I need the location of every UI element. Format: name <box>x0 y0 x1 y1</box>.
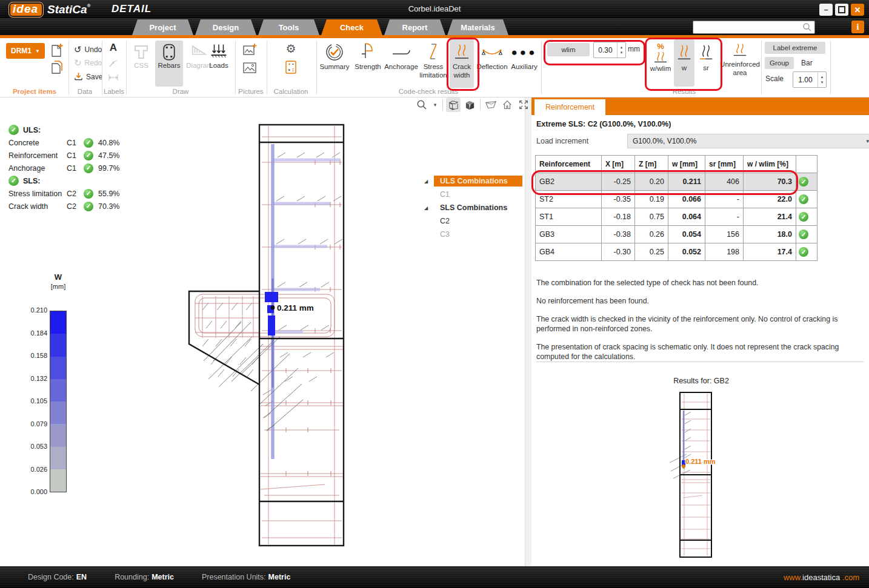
label-extreme-button[interactable]: Label extreme <box>765 42 825 54</box>
sr-icon <box>698 42 714 64</box>
pass-icon: ✓ <box>8 125 19 135</box>
stress-limitation-icon <box>424 42 442 62</box>
tab-project[interactable]: Project <box>132 19 193 35</box>
table-header-row: Reinforcement X [m] Z [m] w [mm] sr [mm]… <box>536 156 817 173</box>
copy-item-button[interactable] <box>48 58 65 74</box>
zoom-button[interactable] <box>415 97 429 112</box>
gear-icon: ⚙ <box>285 42 296 56</box>
text-label-button[interactable]: A <box>105 39 121 54</box>
wireframe-view-button[interactable] <box>446 97 461 112</box>
group-extreme-button[interactable]: Group <box>765 57 794 69</box>
add-picture-icon <box>242 43 257 56</box>
stress-limitation-check-button[interactable]: Stresslimitation <box>418 39 448 88</box>
result-w-button[interactable]: w <box>674 39 694 87</box>
crack-width-check-button[interactable]: Crackwidth <box>450 39 474 88</box>
bar-extreme-label[interactable]: Bar <box>801 59 813 67</box>
copy-document-icon <box>50 60 64 74</box>
results-for-title: Results for: GB2 <box>634 377 768 385</box>
note-text: The combination for the selected type of… <box>536 279 868 288</box>
anchorage-check-button[interactable]: Anchorage <box>384 39 418 88</box>
stepper-arrows-icon[interactable]: ▲▼ <box>617 42 625 58</box>
search-input[interactable] <box>693 22 802 33</box>
new-item-button[interactable] <box>48 41 65 58</box>
info-button[interactable]: i <box>851 21 864 33</box>
picture-gallery-button[interactable] <box>240 59 259 74</box>
pass-icon: ✓ <box>8 176 19 186</box>
tab-report[interactable]: Report <box>384 19 445 35</box>
load-increment-select[interactable]: G100.0%, V100.0%▾ <box>627 134 869 148</box>
project-item-selector[interactable]: DRM1▼ <box>6 43 45 59</box>
concrete-outline <box>189 125 344 546</box>
pass-icon: ✓ <box>799 177 808 187</box>
clip-view-button[interactable] <box>484 97 498 112</box>
loads-icon <box>210 43 228 61</box>
group-label-labels: Labels <box>102 88 126 95</box>
fit-view-button[interactable] <box>516 97 531 112</box>
table-row-gb2[interactable]: GB2-0.25 0.200.211 40670.3 ✓ <box>536 173 817 191</box>
summary-row: Crack widthC2✓70.3% <box>8 200 119 213</box>
maximize-button[interactable] <box>835 4 848 16</box>
save-button[interactable]: Save <box>74 72 102 81</box>
note-text: No reinforcement has been found. <box>536 297 868 306</box>
tab-check[interactable]: Check <box>321 19 382 35</box>
scale-label: Scale <box>765 74 784 83</box>
letter-a-icon: A <box>110 42 117 54</box>
result-w-wlim-button[interactable]: % w/wlim <box>648 39 673 87</box>
add-picture-button[interactable] <box>240 41 259 56</box>
crack-width-value-label: 0.211 mm <box>277 303 314 312</box>
note-text: The crack width is checked in the vicini… <box>536 315 868 334</box>
home-view-button[interactable] <box>500 97 514 112</box>
stepper-arrows-icon[interactable]: ▲▼ <box>817 72 826 87</box>
close-button[interactable]: ✕ <box>851 4 864 16</box>
loads-button[interactable]: Loads <box>205 41 233 87</box>
tree-item-sls-combinations[interactable]: SLS Combinations <box>434 202 513 213</box>
wlim-value-stepper[interactable]: 0.30▲▼ <box>593 42 626 58</box>
check-notes: The combination for the selected type of… <box>536 279 868 371</box>
strength-check-button[interactable]: Strength <box>351 39 384 88</box>
zoom-options-button[interactable]: ▾ <box>431 97 439 112</box>
table-row-gb3[interactable]: GB3-0.38 0.260.054 15618.0 ✓ <box>536 226 817 243</box>
tree-expander-icon[interactable]: ◢ <box>424 179 434 184</box>
solid-cube-icon <box>464 99 476 111</box>
tree-expander-icon[interactable]: ◢ <box>424 205 434 211</box>
tab-reinforcement[interactable]: Reinforcement <box>534 99 605 115</box>
table-row-gb4[interactable]: GB4-0.30 0.250.052 19817.4 ✓ <box>536 243 817 261</box>
group-label-draw: Draw <box>128 88 233 95</box>
w-wlim-icon <box>652 51 669 64</box>
undo-button[interactable]: ↺Undo <box>74 44 102 55</box>
solid-view-button[interactable] <box>462 97 477 112</box>
tree-item-c3[interactable]: C3 <box>434 229 456 240</box>
minimize-button[interactable]: – <box>819 4 833 16</box>
auxiliary-check-button[interactable]: ●●● Auxiliary <box>509 39 539 88</box>
tab-tools[interactable]: Tools <box>258 19 319 35</box>
table-row-st1[interactable]: ST1-0.18 0.750.064 -21.4 ✓ <box>536 208 817 226</box>
scale-stepper[interactable]: 1.00▲▼ <box>793 71 827 88</box>
pass-icon: ✓ <box>799 212 808 222</box>
website-link[interactable]: www.ideastatica .com <box>784 573 859 582</box>
tree-item-c2[interactable]: C2 <box>434 216 456 226</box>
wlim-toggle-button[interactable]: wlim <box>547 43 590 56</box>
structure-viewport[interactable]: 0.211 mm ✓ULS: ConcreteC1✓40.8% Reinforc… <box>0 97 525 566</box>
result-sr-button[interactable]: sr <box>696 39 716 87</box>
legend-color-bar <box>50 311 67 492</box>
unreinforced-area-button[interactable]: Unreinforcedarea <box>719 39 761 87</box>
rebars-button[interactable]: Rebars <box>155 41 183 87</box>
table-row-st2[interactable]: ST2-0.35 0.190.066 -22.0 ✓ <box>536 191 817 208</box>
tab-design[interactable]: Design <box>195 19 256 35</box>
crack-width-value-label: 0.211 mm <box>685 458 716 465</box>
pass-icon: ✓ <box>799 247 808 257</box>
summary-check-button[interactable]: Summary <box>318 39 351 88</box>
pass-icon: ✓ <box>799 194 808 204</box>
tree-item-uls-combinations[interactable]: ULS Combinations <box>434 176 522 187</box>
tree-item-c1[interactable]: C1 <box>434 189 456 200</box>
calculation-settings-button[interactable]: ⚙ <box>280 39 302 56</box>
calculator-button[interactable] <box>281 58 301 74</box>
registered-mark: ® <box>87 3 91 8</box>
title-bar: Corbel.ideaDet idea StatiCa® DETAIL – ✕ <box>0 0 869 18</box>
group-label-results: Results <box>646 88 722 95</box>
app-window: Corbel.ideaDet idea StatiCa® DETAIL – ✕ … <box>0 0 869 588</box>
tab-materials[interactable]: Materials <box>447 19 508 35</box>
group-label-calculation: Calculation <box>267 88 315 95</box>
divider <box>536 362 864 362</box>
deflection-check-button[interactable]: Deflection <box>475 39 509 88</box>
